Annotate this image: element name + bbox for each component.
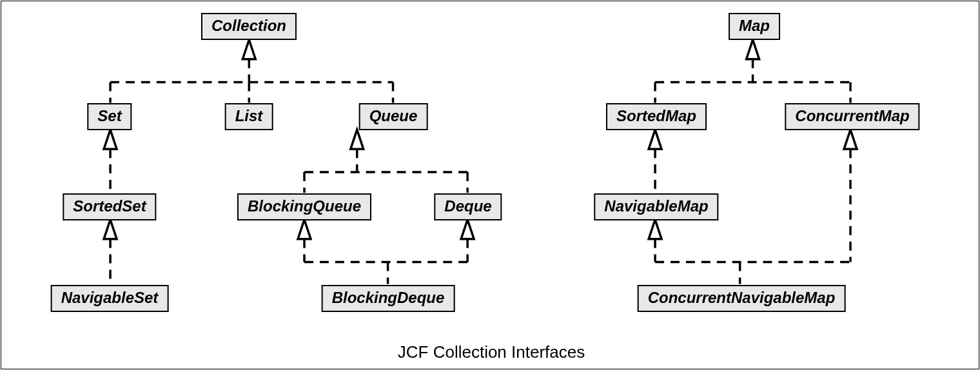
node-map: Map bbox=[729, 13, 780, 40]
arrowhead-sortedmap bbox=[649, 130, 662, 149]
node-deque: Deque bbox=[434, 193, 502, 220]
node-navigableset: NavigableSet bbox=[51, 285, 169, 312]
node-blockingdeque: BlockingDeque bbox=[322, 285, 455, 312]
diagram-caption: JCF Collection Interfaces bbox=[398, 342, 585, 362]
node-concurrentmap: ConcurrentMap bbox=[785, 103, 919, 130]
edge-collection-children bbox=[110, 59, 393, 103]
arrowhead-navigablemap bbox=[649, 220, 662, 239]
node-sortedmap: SortedMap bbox=[606, 103, 707, 130]
edges-layer bbox=[1, 1, 979, 369]
node-list: List bbox=[225, 103, 273, 130]
arrowhead-map bbox=[747, 40, 760, 59]
node-navigablemap: NavigableMap bbox=[594, 193, 718, 220]
arrowhead-concurrentmap bbox=[844, 130, 857, 149]
node-blockingqueue: BlockingQueue bbox=[237, 193, 371, 220]
arrowhead-sortedset bbox=[104, 220, 117, 239]
node-sortedset: SortedSet bbox=[63, 193, 156, 220]
edge-queue-children bbox=[304, 149, 467, 193]
node-collection: Collection bbox=[201, 13, 297, 40]
arrowhead-queue bbox=[351, 130, 364, 149]
diagram-frame: Collection Map Set List Queue SortedMap … bbox=[1, 1, 979, 369]
arrowhead-set bbox=[104, 130, 117, 149]
arrowhead-blockingqueue bbox=[298, 220, 311, 239]
node-concurrentnavigablemap: ConcurrentNavigableMap bbox=[638, 285, 846, 312]
edge-map-children bbox=[655, 59, 850, 103]
node-set: Set bbox=[87, 103, 132, 130]
arrowhead-deque bbox=[461, 220, 474, 239]
arrowhead-collection bbox=[242, 40, 255, 59]
edge-blockingdeque-parents bbox=[304, 239, 467, 284]
node-queue: Queue bbox=[359, 103, 428, 130]
